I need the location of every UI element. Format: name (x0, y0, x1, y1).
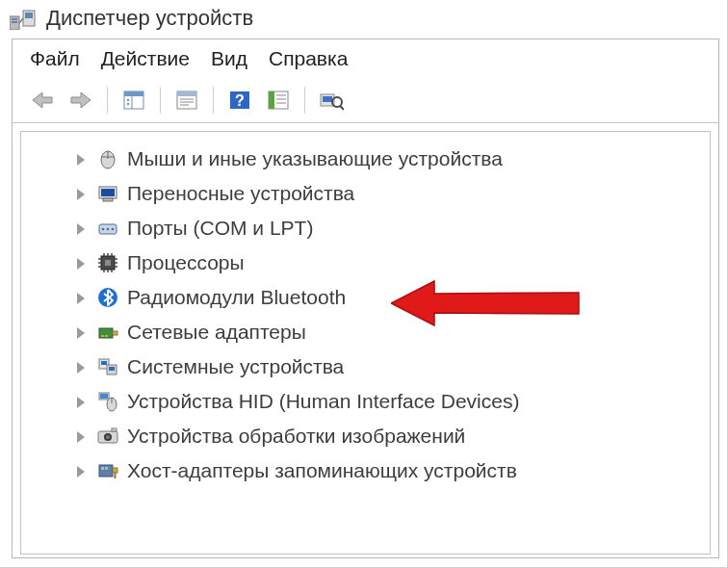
tree-node-label: Системные устройства (127, 355, 344, 378)
svg-text:?: ? (235, 92, 245, 109)
tree-node-system-devices[interactable]: Системные устройства (75, 349, 702, 384)
menu-view[interactable]: Вид (211, 47, 247, 70)
show-hidden-icon (122, 90, 145, 111)
svg-point-10 (127, 103, 129, 105)
toolbar-properties-button[interactable] (170, 84, 203, 116)
expand-icon[interactable] (75, 187, 89, 200)
properties-icon (175, 90, 198, 111)
svg-rect-7 (124, 91, 143, 96)
tree-node-storage-hosts[interactable]: Хост-адаптеры запоминающих устройств (75, 453, 702, 488)
toolbar-separator (213, 87, 214, 114)
toolbar-scan-button[interactable] (315, 84, 348, 116)
svg-point-9 (127, 99, 129, 101)
device-tree: Мыши и иные указывающие устройства Перен… (29, 142, 702, 488)
expand-icon[interactable] (75, 464, 89, 478)
svg-rect-32 (103, 198, 113, 201)
tree-node-label: Переносные устройства (127, 182, 354, 205)
svg-rect-55 (105, 335, 108, 337)
svg-rect-2 (12, 21, 17, 23)
titlebar: Диспетчер устройств (0, 0, 727, 39)
system-device-icon (96, 355, 119, 378)
svg-rect-69 (113, 468, 117, 473)
toolbar-separator (107, 87, 108, 114)
ports-icon (96, 217, 119, 240)
tree-node-label: Хост-адаптеры запоминающих устройств (127, 459, 517, 482)
toolbar-forward-button[interactable] (65, 84, 97, 116)
svg-line-26 (340, 106, 344, 110)
expand-icon[interactable] (75, 256, 89, 270)
tree-node-bluetooth[interactable]: Радиомодули Bluetooth (75, 280, 702, 315)
svg-rect-4 (25, 13, 33, 18)
toolbar-separator (304, 87, 305, 114)
svg-rect-24 (323, 96, 332, 102)
tree-node-label: Порты (COM и LPT) (127, 217, 313, 240)
device-tree-panel: Мыши и иные указывающие устройства Перен… (20, 131, 711, 555)
svg-point-35 (107, 228, 110, 231)
back-arrow-icon (31, 90, 54, 110)
details-icon (267, 90, 290, 111)
scan-hardware-icon (319, 90, 344, 111)
tree-node-label: Устройства обработки изображений (127, 425, 465, 448)
menu-help[interactable]: Справка (269, 47, 348, 70)
svg-rect-38 (105, 260, 111, 266)
imaging-icon (96, 425, 119, 448)
menubar: Файл Действие Вид Справка (13, 39, 718, 82)
tree-node-label: Сетевые адаптеры (127, 321, 306, 344)
tree-node-processors[interactable]: Процессоры (75, 245, 702, 280)
svg-point-34 (102, 228, 105, 231)
bluetooth-icon (96, 286, 119, 309)
tree-node-hid[interactable]: Устройства HID (Human Interface Devices) (75, 384, 702, 419)
network-adapter-icon (96, 321, 119, 344)
svg-rect-53 (113, 331, 117, 335)
mouse-icon (96, 147, 119, 170)
toolbar-back-button[interactable] (26, 84, 59, 116)
svg-point-36 (112, 228, 115, 231)
tree-node-label: Радиомодули Bluetooth (127, 286, 346, 309)
svg-rect-68 (99, 465, 113, 477)
toolbar: ? (13, 82, 718, 123)
cpu-icon (96, 251, 119, 274)
expand-icon[interactable] (75, 360, 89, 374)
svg-rect-1 (12, 18, 17, 20)
expand-icon[interactable] (75, 429, 89, 443)
portable-device-icon (96, 182, 119, 205)
tree-node-mice[interactable]: Мыши и иные указывающие устройства (75, 142, 702, 176)
toolbar-separator (160, 87, 161, 114)
forward-arrow-icon (69, 90, 92, 110)
svg-rect-54 (101, 335, 104, 337)
storage-host-icon (96, 459, 119, 482)
svg-rect-67 (112, 428, 117, 431)
window-title: Диспетчер устройств (46, 6, 253, 31)
svg-rect-12 (177, 91, 196, 96)
tree-node-imaging[interactable]: Устройства обработки изображений (75, 419, 702, 453)
device-manager-app-icon (10, 7, 37, 30)
inner-frame: Файл Действие Вид Справка (12, 39, 719, 558)
tree-node-label: Процессоры (127, 251, 245, 274)
expand-icon[interactable] (75, 152, 89, 166)
toolbar-details-button[interactable] (262, 84, 295, 116)
expand-icon[interactable] (75, 395, 89, 408)
svg-rect-71 (105, 467, 108, 470)
svg-rect-19 (269, 91, 274, 109)
expand-icon[interactable] (75, 221, 89, 235)
svg-rect-57 (101, 361, 107, 365)
tree-node-label: Мыши и иные указывающие устройства (127, 147, 503, 170)
menu-action[interactable]: Действие (101, 47, 190, 70)
toolbar-show-hidden-button[interactable] (117, 84, 150, 116)
svg-rect-61 (100, 394, 108, 399)
expand-icon[interactable] (75, 325, 89, 339)
help-icon: ? (228, 90, 251, 111)
tree-node-ports[interactable]: Порты (COM и LPT) (75, 211, 702, 245)
tree-node-label: Устройства HID (Human Interface Devices) (127, 390, 519, 413)
svg-line-5 (19, 18, 23, 23)
svg-point-66 (106, 435, 110, 439)
hid-icon (96, 390, 119, 413)
tree-node-portable-devices[interactable]: Переносные устройства (75, 176, 702, 211)
svg-rect-70 (101, 467, 104, 470)
tree-node-network-adapters[interactable]: Сетевые адаптеры (75, 315, 702, 349)
svg-rect-59 (109, 367, 115, 371)
device-manager-window: Диспетчер устройств Файл Действие Вид Сп… (0, 0, 728, 568)
expand-icon[interactable] (75, 291, 89, 304)
toolbar-help-button[interactable]: ? (223, 84, 256, 116)
menu-file[interactable]: Файл (30, 47, 80, 70)
